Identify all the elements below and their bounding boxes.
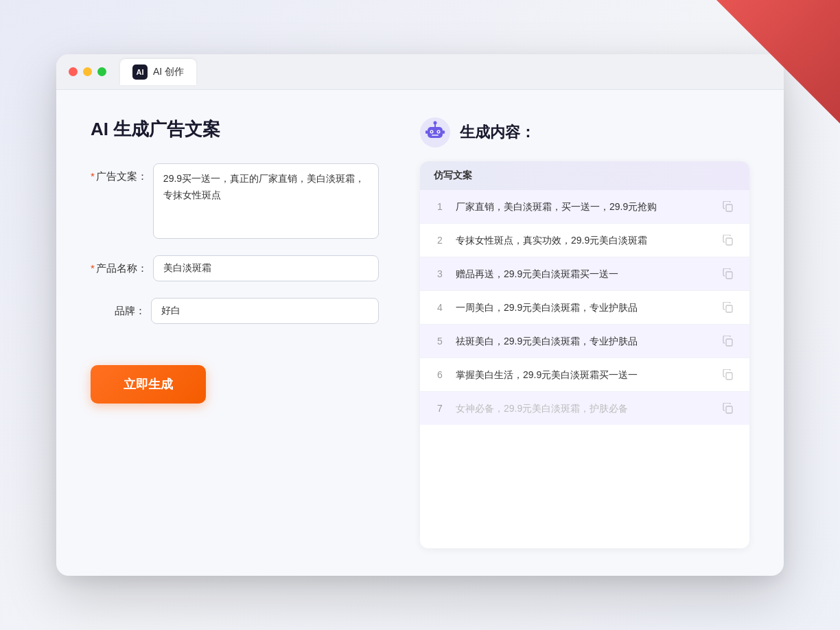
product-name-input[interactable] — [153, 255, 379, 281]
maximize-dot[interactable] — [97, 67, 106, 76]
table-row: 4一周美白，29.9元美白淡斑霜，专业护肤品 — [420, 291, 749, 325]
copy-icon[interactable] — [721, 367, 736, 382]
svg-rect-13 — [726, 272, 732, 279]
robot-icon — [420, 117, 450, 148]
brand-label: 品牌： — [91, 298, 145, 318]
row-text: 女神必备，29.9元美白淡斑霜，护肤必备 — [456, 401, 711, 416]
copy-icon[interactable] — [721, 300, 736, 315]
main-content: AI 生成广告文案 *广告文案： *产品名称： 品牌： 立即生成 — [56, 90, 784, 576]
svg-rect-10 — [443, 130, 445, 134]
table-row: 7女神必备，29.9元美白淡斑霜，护肤必备 — [420, 392, 749, 425]
svg-rect-15 — [726, 339, 732, 346]
svg-rect-12 — [726, 238, 732, 245]
row-text: 厂家直销，美白淡斑霜，买一送一，29.9元抢购 — [456, 200, 711, 214]
copy-icon[interactable] — [721, 266, 736, 281]
required-star-1: * — [91, 170, 95, 182]
svg-rect-14 — [726, 305, 732, 312]
generate-button[interactable]: 立即生成 — [91, 365, 206, 404]
minimize-dot[interactable] — [83, 67, 92, 76]
svg-point-5 — [438, 131, 439, 132]
svg-point-4 — [431, 131, 432, 132]
row-text: 掌握美白生活，29.9元美白淡斑霜买一送一 — [456, 368, 711, 382]
svg-rect-17 — [726, 406, 732, 413]
ad-copy-textarea[interactable] — [153, 163, 379, 239]
product-name-group: *产品名称： — [91, 255, 379, 281]
svg-rect-9 — [425, 130, 428, 134]
active-tab[interactable]: AI AI 创作 — [120, 59, 196, 85]
right-panel: 生成内容： 仿写文案 1厂家直销，美白淡斑霜，买一送一，29.9元抢购 2专抹女… — [420, 117, 749, 548]
svg-rect-6 — [432, 135, 439, 136]
tab-label: AI 创作 — [153, 66, 184, 78]
row-number: 4 — [434, 302, 446, 313]
table-row: 6掌握美白生活，29.9元美白淡斑霜买一送一 — [420, 358, 749, 392]
table-row: 3赠品再送，29.9元美白淡斑霜买一送一 — [420, 257, 749, 291]
row-number: 7 — [434, 403, 446, 414]
row-text: 一周美白，29.9元美白淡斑霜，专业护肤品 — [456, 301, 711, 315]
copy-icon[interactable] — [721, 334, 736, 349]
row-number: 3 — [434, 268, 446, 279]
close-dot[interactable] — [69, 67, 78, 76]
ad-copy-label: *广告文案： — [91, 163, 148, 183]
window-controls — [69, 67, 106, 76]
required-star-2: * — [91, 262, 95, 274]
left-panel: AI 生成广告文案 *广告文案： *产品名称： 品牌： 立即生成 — [91, 117, 379, 548]
tab-icon: AI — [132, 65, 148, 80]
svg-rect-16 — [726, 373, 732, 380]
svg-rect-1 — [428, 127, 443, 138]
brand-input[interactable] — [151, 298, 379, 324]
result-header: 生成内容： — [420, 117, 749, 148]
svg-rect-11 — [726, 205, 732, 211]
row-text: 赠品再送，29.9元美白淡斑霜买一送一 — [456, 267, 711, 281]
table-header: 仿写文案 — [420, 161, 749, 190]
copy-icon[interactable] — [721, 401, 736, 416]
row-number: 6 — [434, 369, 446, 380]
row-number: 5 — [434, 336, 446, 347]
table-row: 5祛斑美白，29.9元美白淡斑霜，专业护肤品 — [420, 325, 749, 358]
browser-window: AI AI 创作 AI 生成广告文案 *广告文案： *产品名称： — [56, 54, 784, 576]
row-text: 祛斑美白，29.9元美白淡斑霜，专业护肤品 — [456, 334, 711, 349]
copy-icon[interactable] — [721, 199, 736, 214]
panel-title: AI 生成广告文案 — [91, 117, 379, 141]
copy-icon[interactable] — [721, 233, 736, 248]
table-rows-container: 1厂家直销，美白淡斑霜，买一送一，29.9元抢购 2专抹女性斑点，真实功效，29… — [420, 190, 749, 425]
title-bar: AI AI 创作 — [56, 54, 784, 90]
result-title: 生成内容： — [460, 122, 535, 143]
brand-group: 品牌： — [91, 298, 379, 324]
product-name-label: *产品名称： — [91, 255, 148, 275]
row-number: 2 — [434, 235, 446, 246]
ad-copy-group: *广告文案： — [91, 163, 379, 239]
row-text: 专抹女性斑点，真实功效，29.9元美白淡斑霜 — [456, 233, 711, 248]
table-row: 1厂家直销，美白淡斑霜，买一送一，29.9元抢购 — [420, 190, 749, 224]
row-number: 1 — [434, 201, 446, 212]
result-table: 仿写文案 1厂家直销，美白淡斑霜，买一送一，29.9元抢购 2专抹女性斑点，真实… — [420, 161, 749, 548]
table-row: 2专抹女性斑点，真实功效，29.9元美白淡斑霜 — [420, 224, 749, 257]
svg-point-8 — [434, 121, 437, 125]
